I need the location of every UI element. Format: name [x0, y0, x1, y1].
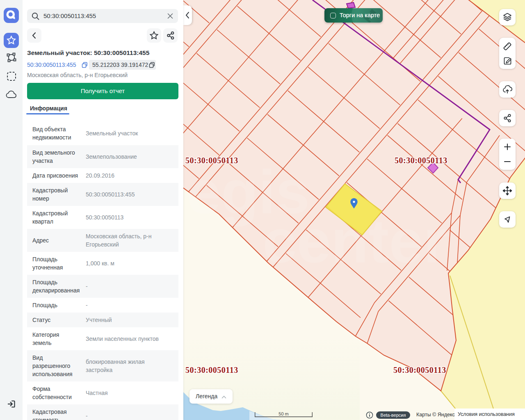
svg-text:50:30:0050113: 50:30:0050113	[185, 365, 238, 374]
svg-text:50:30:0050113: 50:30:0050113	[393, 365, 446, 374]
svg-text:50:30:0050113: 50:30:0050113	[185, 156, 238, 165]
svg-text:50:30:0050113: 50:30:0050113	[395, 156, 447, 165]
